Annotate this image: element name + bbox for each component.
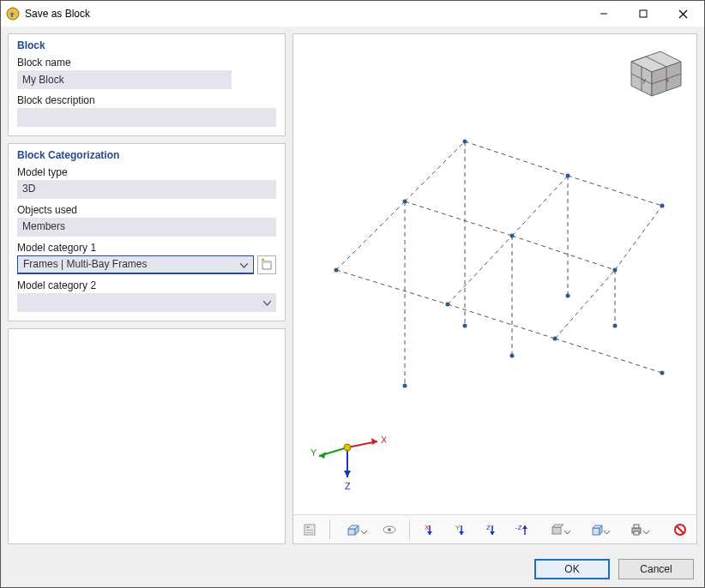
category1-dropdown[interactable]: Frames | Multi-Bay Frames <box>17 255 254 274</box>
svg-point-32 <box>613 268 618 273</box>
block-panel: Block Block name Block description <box>8 33 286 136</box>
new-category-button[interactable] <box>257 255 276 274</box>
toolbar-neg-z-axis-button[interactable]: -Z <box>511 519 533 540</box>
toolbar-cube-dropdown[interactable] <box>581 519 612 540</box>
toolbar-z-axis-button[interactable]: Z <box>480 519 503 540</box>
svg-line-18 <box>555 270 615 339</box>
viewport-frame: y x X Y <box>292 33 697 544</box>
svg-line-91 <box>677 526 684 533</box>
svg-rect-65 <box>348 529 355 535</box>
close-button[interactable] <box>663 1 702 27</box>
window: Save as Block Block Block name Block des… <box>0 0 705 588</box>
block-desc-input[interactable] <box>17 108 276 127</box>
block-panel-title: Block <box>17 39 276 51</box>
svg-point-28 <box>446 303 450 307</box>
category2-dropdown[interactable] <box>17 293 276 312</box>
svg-point-37 <box>510 354 515 358</box>
nav-cube[interactable]: y x <box>621 43 688 105</box>
block-name-input[interactable] <box>17 70 232 89</box>
svg-text:-Z: -Z <box>515 524 522 531</box>
dialog-footer: OK Cancel <box>1 551 704 587</box>
toolbar-y-axis-button[interactable]: Y <box>449 519 472 540</box>
right-column: y x X Y <box>292 33 697 544</box>
model-type-value: 3D <box>17 180 276 199</box>
svg-marker-81 <box>522 525 527 529</box>
svg-rect-64 <box>306 532 313 533</box>
ok-button[interactable]: OK <box>534 559 610 579</box>
coordinate-system-gizmo: X Y Z <box>309 426 386 497</box>
objects-used-value: Members <box>17 218 276 237</box>
svg-point-69 <box>388 528 391 531</box>
svg-rect-2 <box>640 10 647 17</box>
toolbar-separator <box>409 520 410 539</box>
svg-text:x: x <box>666 76 669 84</box>
svg-marker-83 <box>552 525 563 527</box>
svg-marker-75 <box>459 531 464 535</box>
chevron-down-icon <box>240 259 248 271</box>
svg-line-9 <box>555 339 662 373</box>
svg-line-14 <box>336 201 405 270</box>
svg-line-10 <box>405 201 512 236</box>
toolbar-print-dropdown[interactable] <box>621 519 652 540</box>
toolbar-views-dropdown[interactable] <box>339 519 370 540</box>
category1-value: Frames | Multi-Bay Frames <box>23 258 147 270</box>
svg-rect-84 <box>593 528 600 535</box>
window-title: Save as Block <box>25 8 584 20</box>
svg-line-12 <box>465 141 568 176</box>
cancel-button[interactable]: Cancel <box>618 559 694 579</box>
svg-text:X: X <box>381 435 386 445</box>
minimize-button[interactable] <box>584 1 624 27</box>
model-type-label: Model type <box>17 166 276 178</box>
chevron-down-icon <box>643 525 649 537</box>
svg-marker-52 <box>371 438 377 445</box>
toolbar-display-dropdown[interactable] <box>542 519 573 540</box>
svg-point-30 <box>566 174 570 178</box>
category2-label: Model category 2 <box>17 279 276 291</box>
svg-point-29 <box>510 234 515 238</box>
svg-rect-63 <box>306 530 313 531</box>
svg-rect-89 <box>634 531 639 535</box>
svg-line-15 <box>405 141 465 201</box>
svg-rect-88 <box>634 525 639 528</box>
app-icon <box>6 7 20 21</box>
chevron-down-icon <box>361 525 367 537</box>
chevron-down-icon <box>263 297 271 309</box>
svg-text:Y: Y <box>310 447 317 458</box>
toolbar-sheet-button[interactable] <box>298 519 321 540</box>
categorization-panel-title: Block Categorization <box>17 149 276 161</box>
toolbar-eye-button[interactable] <box>378 519 401 540</box>
svg-marker-72 <box>427 531 432 535</box>
svg-line-7 <box>336 270 448 304</box>
toolbar-separator <box>329 520 330 539</box>
svg-point-36 <box>463 324 467 328</box>
toolbar-close-preview-button[interactable] <box>669 519 691 540</box>
svg-text:Y: Y <box>455 524 461 531</box>
svg-marker-58 <box>344 471 351 477</box>
svg-text:Z: Z <box>486 524 491 531</box>
svg-line-13 <box>568 176 662 206</box>
svg-point-31 <box>553 337 557 341</box>
svg-point-34 <box>660 371 665 375</box>
svg-point-35 <box>403 384 407 388</box>
svg-point-38 <box>566 294 570 298</box>
svg-line-19 <box>615 206 662 270</box>
viewport-toolbar: X Y Z -Z <box>293 514 696 543</box>
svg-line-8 <box>448 304 555 339</box>
svg-rect-62 <box>306 526 310 528</box>
svg-rect-82 <box>552 527 561 534</box>
svg-line-11 <box>512 236 615 270</box>
toolbar-x-axis-button[interactable]: X <box>419 519 441 540</box>
titlebar: Save as Block <box>1 1 704 27</box>
dialog-body: Block Block name Block description Block… <box>1 27 704 551</box>
chevron-down-icon <box>564 525 570 537</box>
svg-line-16 <box>448 236 512 304</box>
categorization-panel: Block Categorization Model type 3D Objec… <box>8 143 286 321</box>
svg-rect-6 <box>262 261 271 263</box>
left-column: Block Block name Block description Block… <box>8 33 286 544</box>
svg-point-27 <box>463 140 467 144</box>
empty-panel <box>8 328 286 544</box>
svg-text:Z: Z <box>345 481 351 491</box>
model-viewport[interactable]: y x X Y <box>293 34 696 514</box>
maximize-button[interactable] <box>624 1 663 27</box>
svg-text:y: y <box>642 76 646 84</box>
